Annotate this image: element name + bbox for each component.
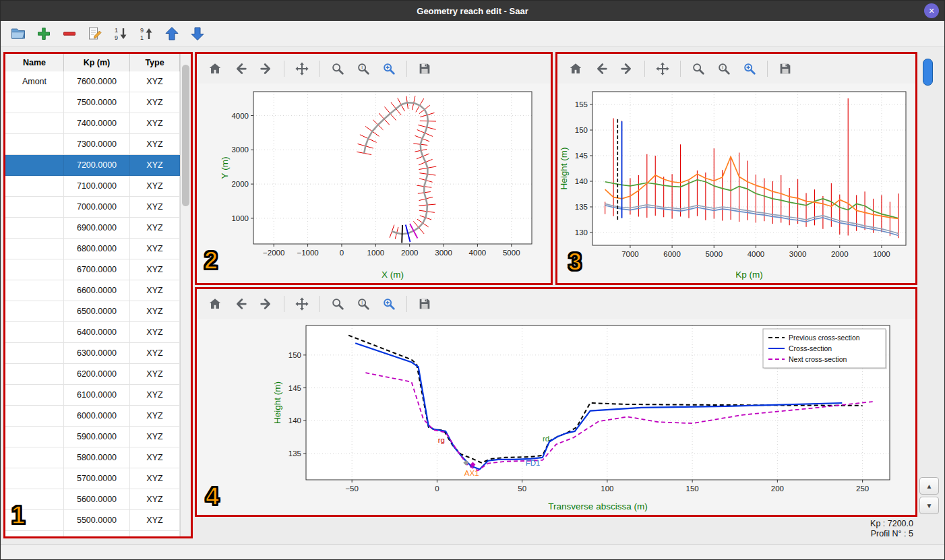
table-row[interactable]: 5600.0000XYZ — [5, 489, 180, 510]
back-icon — [594, 61, 609, 76]
zoom-button[interactable] — [328, 294, 348, 314]
save-icon — [778, 61, 793, 76]
home-button[interactable] — [566, 59, 586, 79]
svg-text:Transverse abscissa (m): Transverse abscissa (m) — [548, 501, 647, 511]
plan-view-toolbar: i — [197, 54, 551, 84]
column-header-type[interactable]: Type — [130, 54, 180, 71]
sort-ascending-button[interactable]: 91 — [135, 23, 157, 44]
save-button[interactable] — [775, 59, 795, 79]
forward-button[interactable] — [617, 59, 637, 79]
table-row[interactable]: 7300.0000XYZ — [5, 134, 180, 155]
table-row[interactable]: 6700.0000XYZ — [5, 259, 180, 280]
cell-name — [5, 322, 64, 342]
zoom-fit-button[interactable] — [739, 59, 760, 79]
table-row[interactable]: 5800.0000XYZ — [5, 447, 180, 468]
forward-button[interactable] — [256, 294, 276, 314]
close-button[interactable]: ✕ — [924, 3, 939, 18]
table-row[interactable]: 5700.0000XYZ — [5, 468, 180, 489]
cell-type: XYZ — [130, 447, 180, 468]
plan-view-plot[interactable]: −2000−1000010002000300040005000100020003… — [197, 84, 551, 283]
table-row[interactable]: 6600.0000XYZ — [5, 280, 180, 301]
column-header-name[interactable]: Name — [5, 54, 64, 71]
back-button[interactable] — [231, 294, 251, 314]
zoom-select-icon: i — [356, 297, 371, 311]
svg-text:0: 0 — [435, 485, 439, 493]
table-row[interactable]: 6400.0000XYZ — [5, 322, 180, 343]
table-row[interactable]: 6900.0000XYZ — [5, 218, 180, 239]
up-arrow-icon: ▲ — [926, 483, 933, 490]
cell-kp: 6500.0000 — [64, 301, 130, 321]
cell-kp: 6300.0000 — [64, 343, 130, 363]
table-row[interactable]: 7500.0000XYZ — [5, 92, 180, 113]
move-up-icon — [164, 26, 180, 42]
cell-name — [5, 134, 64, 154]
forward-icon — [619, 61, 634, 76]
table-scrollbar[interactable] — [180, 54, 191, 536]
cross-section-plot[interactable]: −50050100150200250135140145150rgrdAX1FD1… — [197, 319, 915, 515]
table-row[interactable]: 6300.0000XYZ — [5, 343, 180, 364]
zoom-icon — [330, 61, 345, 76]
home-button[interactable] — [205, 59, 225, 79]
zoom-fit-button[interactable] — [379, 59, 399, 79]
table-row[interactable]: 5400.0000XYZ — [5, 531, 180, 536]
zoom-select-button[interactable]: i — [714, 59, 734, 79]
svg-text:Y (m): Y (m) — [220, 157, 230, 179]
back-button[interactable] — [591, 59, 611, 79]
save-button[interactable] — [415, 59, 435, 79]
zoom-select-button[interactable]: i — [353, 59, 373, 79]
move-up-button[interactable] — [161, 23, 183, 44]
back-button[interactable] — [231, 59, 251, 79]
svg-text:−50: −50 — [345, 485, 359, 493]
table-row[interactable]: Amont7600.0000XYZ — [5, 71, 180, 92]
table-row[interactable]: 6000.0000XYZ — [5, 406, 180, 427]
sort-descending-button[interactable]: 19 — [110, 23, 131, 44]
toolbar-separator — [644, 61, 645, 77]
table-row[interactable]: 6800.0000XYZ — [5, 239, 180, 259]
remove-button[interactable] — [59, 23, 80, 44]
zoom-select-button[interactable]: i — [353, 294, 373, 314]
svg-text:250: 250 — [856, 485, 869, 493]
svg-text:5000: 5000 — [705, 250, 723, 258]
cell-type: XYZ — [130, 280, 180, 301]
pan-button[interactable] — [652, 59, 673, 79]
longitudinal-profile-plot[interactable]: 7000600050004000300020001000130135140145… — [557, 84, 915, 283]
table-row[interactable]: 6200.0000XYZ — [5, 364, 180, 385]
column-header-kp-m-[interactable]: Kp (m) — [64, 54, 130, 71]
add-button[interactable] — [33, 23, 55, 44]
zoom-button[interactable] — [688, 59, 708, 79]
table-row[interactable]: 5900.0000XYZ — [5, 427, 180, 447]
zoom-fit-button[interactable] — [379, 294, 399, 314]
table-row[interactable]: 5500.0000XYZ — [5, 510, 180, 531]
plan-view-panel: i −2000−10000100020003000400050001000200… — [195, 52, 553, 285]
table-row[interactable]: 6500.0000XYZ — [5, 301, 180, 322]
table-scrollbar-thumb[interactable] — [182, 65, 189, 206]
edit-button[interactable] — [84, 23, 106, 44]
table-row[interactable]: 7400.0000XYZ — [5, 113, 180, 134]
zoom-select-icon: i — [717, 61, 731, 76]
profile-down-button[interactable]: ▼ — [919, 497, 939, 514]
cell-kp: 6600.0000 — [64, 280, 130, 301]
table-row[interactable]: 7200.0000XYZ — [5, 155, 180, 176]
svg-text:150: 150 — [288, 351, 301, 359]
move-down-button[interactable] — [187, 23, 208, 44]
open-folder-button[interactable] — [7, 23, 29, 44]
cell-type: XYZ — [130, 176, 180, 196]
svg-text:Cross-section: Cross-section — [789, 344, 832, 352]
annotation-3: 3 — [568, 250, 582, 274]
svg-text:6000: 6000 — [663, 250, 681, 258]
table-row[interactable]: 7000.0000XYZ — [5, 197, 180, 218]
save-button[interactable] — [415, 294, 435, 314]
svg-text:Kp (m): Kp (m) — [735, 270, 763, 280]
table-row[interactable]: 7100.0000XYZ — [5, 176, 180, 197]
cell-kp: 6000.0000 — [64, 406, 130, 426]
cell-name — [5, 155, 64, 175]
forward-button[interactable] — [256, 59, 276, 79]
zoom-button[interactable] — [328, 59, 348, 79]
table-row[interactable]: 6100.0000XYZ — [5, 385, 180, 406]
pan-button[interactable] — [292, 59, 312, 79]
pan-button[interactable] — [292, 294, 312, 314]
cell-type: XYZ — [130, 197, 180, 217]
profile-up-button[interactable]: ▲ — [919, 477, 939, 495]
home-button[interactable] — [205, 294, 225, 314]
right-scrollbar-thumb[interactable] — [923, 59, 933, 86]
